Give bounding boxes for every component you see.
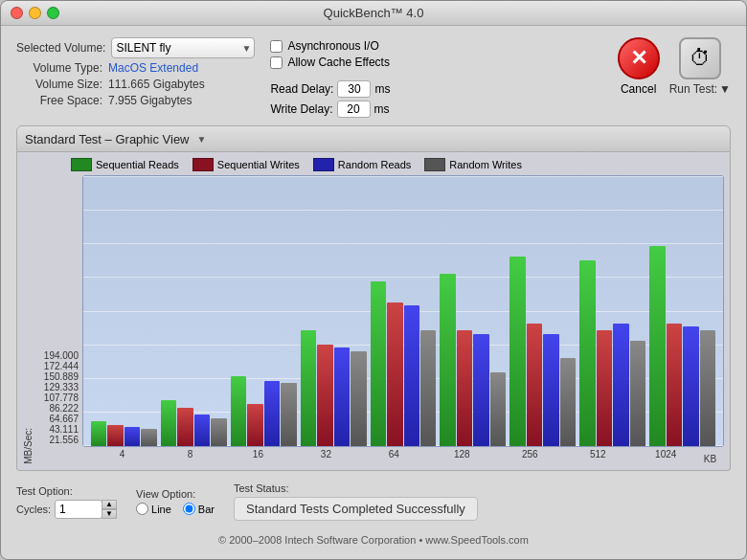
run-test-button[interactable]: ⏱ Run Test: ▼ (669, 37, 731, 96)
bar-seq-read (161, 400, 176, 446)
cycles-row: Cycles: ▲ ▼ (16, 500, 117, 519)
read-delay-group: Read Delay: 30 ms (270, 80, 390, 98)
bar-group (649, 246, 715, 446)
free-space-row: Free Space: 7.955 Gigabytes (16, 94, 255, 107)
bar-rand-read (404, 305, 419, 446)
x-label: 4 (90, 449, 154, 464)
legend-seq-writes-color (192, 158, 214, 171)
bar-rand-write (141, 429, 156, 446)
view-option-section: View Option: Line Bar (136, 488, 215, 515)
write-delay-unit: ms (374, 102, 390, 116)
y-axis-values: 194.000 172.444 150.889 129.333 107.778 … (36, 350, 82, 464)
volume-size-label: Volume Size: (16, 78, 102, 91)
cycles-input[interactable] (55, 500, 102, 519)
x-label: 1024 (634, 449, 698, 464)
bar-rand-read (543, 334, 558, 446)
app-window: QuickBench™ 4.0 Selected Volume: SILENT … (0, 0, 747, 560)
bar-seq-write (527, 324, 542, 446)
legend-seq-writes: Sequential Writes (192, 158, 300, 171)
y-axis-container: MB/Sec: 194.000 172.444 150.889 129.333 … (23, 175, 82, 464)
line-radio-item: Line (136, 503, 171, 515)
legend-rand-reads: Random Reads (313, 158, 411, 171)
bar-group (161, 400, 227, 446)
chart-header: Standard Test – Graphic View ▼ (16, 125, 731, 152)
y-label-5: 86.222 (49, 403, 79, 414)
bar-seq-write (667, 324, 682, 446)
cycles-label: Cycles: (16, 504, 51, 515)
bar-label: Bar (198, 504, 215, 515)
cancel-label: Cancel (621, 82, 656, 96)
bar-rand-read (473, 334, 488, 446)
volume-info: Selected Volume: SILENT fly ▼ Volume Typ… (16, 37, 255, 107)
right-section: ✕ Cancel ⏱ Run Test: ▼ (618, 37, 731, 96)
bar-rand-read (334, 347, 350, 446)
bar-group (91, 421, 157, 446)
allow-cache-checkbox[interactable] (270, 56, 283, 69)
volume-type-row: Volume Type: MacOS Extended (16, 61, 255, 75)
legend-seq-writes-label: Sequential Writes (217, 159, 300, 170)
minimize-button[interactable] (29, 7, 41, 19)
legend-seq-reads-color (71, 158, 92, 171)
chart-container: Sequential Reads Sequential Writes Rando… (16, 152, 731, 471)
bar-rand-write (281, 383, 296, 446)
cancel-icon: ✕ (618, 37, 660, 79)
bar-rand-write (351, 351, 366, 446)
cycles-increment-button[interactable]: ▲ (102, 500, 117, 509)
maximize-button[interactable] (47, 7, 59, 19)
cycles-stepper: ▲ ▼ (102, 500, 117, 519)
line-radio[interactable] (136, 503, 148, 515)
bar-group (579, 260, 645, 446)
legend-rand-writes: Random Writes (424, 158, 522, 171)
bar-seq-write (457, 330, 472, 446)
chart-plot-area: 481632641282565121024KB (82, 175, 724, 464)
x-label: 32 (294, 449, 358, 464)
close-button[interactable] (11, 7, 23, 19)
write-delay-input[interactable]: 20 (337, 101, 371, 118)
free-space-label: Free Space: (16, 94, 102, 107)
read-delay-input[interactable]: 30 (337, 80, 371, 98)
footer-text: © 2000–2008 Intech Software Corporation … (218, 534, 529, 546)
legend-seq-reads-label: Sequential Reads (96, 159, 179, 170)
status-section: Test Status: Standard Tests Completed Su… (234, 482, 478, 521)
y-axis-title: MB/Sec: (23, 413, 34, 464)
bar-radio[interactable] (183, 503, 195, 515)
bar-seq-read (301, 330, 316, 446)
async-io-row: Asynchronous I/O (270, 39, 390, 53)
write-delay-row: Write Delay: 20 ms (270, 101, 390, 118)
y-label-6: 64.667 (49, 414, 79, 424)
delay-row: Read Delay: 30 ms (270, 80, 390, 98)
bar-seq-read (579, 260, 595, 446)
allow-cache-row: Allow Cache Effects (270, 56, 390, 69)
y-label-2: 150.889 (44, 371, 79, 382)
bar-rand-write (560, 358, 576, 446)
bar-seq-write (177, 408, 192, 446)
run-test-label: Run Test: ▼ (669, 82, 731, 96)
cycles-decrement-button[interactable]: ▼ (102, 509, 117, 519)
bar-rand-write (630, 341, 645, 446)
volume-select[interactable]: SILENT fly (111, 37, 255, 58)
y-label-0: 194.000 (44, 350, 79, 361)
test-option-section: Test Option: Cycles: ▲ ▼ (16, 485, 117, 519)
bar-seq-read (231, 376, 246, 446)
x-label: 8 (158, 449, 222, 464)
read-delay-unit: ms (374, 82, 390, 96)
bar-seq-write (107, 425, 123, 446)
legend-rand-writes-color (424, 158, 445, 171)
cancel-button[interactable]: ✕ Cancel (618, 37, 660, 96)
bar-seq-read (371, 281, 386, 446)
volume-row: Selected Volume: SILENT fly ▼ (16, 37, 255, 58)
async-io-checkbox[interactable] (270, 40, 283, 53)
read-delay-label: Read Delay: (270, 82, 333, 96)
bar-rand-write (420, 330, 436, 446)
bar-rand-read (264, 381, 280, 446)
chart-bars (82, 175, 724, 447)
grid-line-0 (83, 176, 723, 177)
bar-group (231, 376, 297, 446)
view-radio-row: Line Bar (136, 503, 215, 515)
x-label: 64 (362, 449, 426, 464)
grid-line-2 (83, 243, 723, 244)
window-title: QuickBench™ 4.0 (324, 6, 424, 20)
main-content: Selected Volume: SILENT fly ▼ Volume Typ… (1, 26, 746, 559)
bar-group (301, 330, 367, 446)
bar-seq-write (597, 330, 612, 446)
